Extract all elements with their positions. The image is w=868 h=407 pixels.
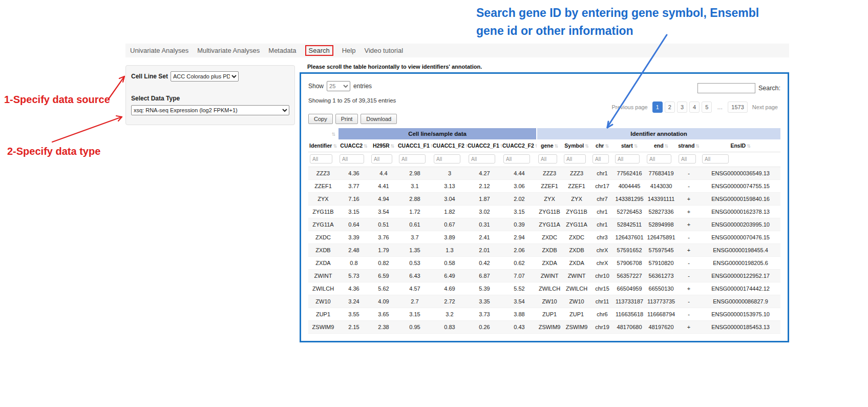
column-header-start[interactable]: start⇅ bbox=[613, 139, 645, 152]
table-cell: - bbox=[677, 270, 701, 282]
column-header-cuacc1_f2[interactable]: CUACC1_F2⇅ bbox=[432, 139, 467, 152]
sort-icon[interactable]: ⇅ bbox=[747, 144, 751, 149]
filter-input-cuacc2_f2[interactable] bbox=[503, 154, 530, 164]
column-header-end[interactable]: end⇅ bbox=[645, 139, 677, 152]
group-header-cell-line/sample-data: Cell line/sample data bbox=[338, 128, 537, 139]
table-cell: ZWINT bbox=[308, 270, 338, 282]
pagination-ellipsis: … bbox=[714, 102, 726, 112]
filter-input-ensid[interactable] bbox=[702, 154, 729, 164]
column-header-h295r[interactable]: H295R⇅ bbox=[370, 139, 397, 152]
pagination-page-2[interactable]: 2 bbox=[665, 101, 675, 113]
group-header-row: ⇅Cell line/sample dataIdentifier annotat… bbox=[308, 128, 780, 139]
filter-input-end[interactable] bbox=[647, 154, 671, 164]
table-cell: - bbox=[677, 231, 701, 244]
filter-input-chr[interactable] bbox=[592, 154, 609, 164]
pagination-page-1573[interactable]: 1573 bbox=[728, 101, 747, 113]
column-header-cuacc1_f1[interactable]: CUACC1_F1⇅ bbox=[397, 139, 432, 152]
pagination-page-1[interactable]: 1 bbox=[652, 101, 663, 113]
sort-icon[interactable]: ⇅ bbox=[605, 144, 609, 149]
sort-icon[interactable]: ⇅ bbox=[364, 144, 368, 149]
filter-input-symbol[interactable] bbox=[564, 154, 586, 164]
print-button[interactable]: Print bbox=[335, 114, 358, 124]
sort-icon[interactable]: ⇅ bbox=[695, 144, 700, 149]
pagination-page-3[interactable]: 3 bbox=[677, 101, 687, 113]
search-input[interactable] bbox=[697, 83, 755, 93]
table-cell: 2.48 bbox=[338, 244, 370, 257]
pagination-next[interactable]: Next page bbox=[750, 102, 780, 112]
column-label: H295R bbox=[373, 143, 390, 149]
sort-icon[interactable]: ⇅ bbox=[634, 144, 638, 149]
filter-cell bbox=[591, 152, 613, 167]
filter-input-cuacc1_f1[interactable] bbox=[399, 154, 426, 164]
column-header-cuacc2[interactable]: CUACC2⇅ bbox=[338, 139, 370, 152]
table-cell: 57910820 bbox=[645, 257, 677, 270]
filter-input-identifier[interactable] bbox=[310, 154, 332, 164]
column-label: start bbox=[621, 143, 633, 149]
copy-button[interactable]: Copy bbox=[308, 114, 333, 124]
table-cell: ZW10 bbox=[308, 295, 338, 308]
sort-icon[interactable]: ⇅ bbox=[331, 132, 335, 137]
sort-icon[interactable]: ⇅ bbox=[585, 144, 589, 149]
column-header-gene[interactable]: gene⇅ bbox=[537, 139, 562, 152]
table-body: ZZZ34.364.42.9834.274.44ZZZ3ZZZ3chr17756… bbox=[308, 167, 780, 334]
table-cell: 4004445 bbox=[613, 180, 645, 193]
column-header-ensid[interactable]: EnsID⇅ bbox=[701, 139, 780, 152]
sort-icon[interactable]: ⇅ bbox=[465, 144, 467, 149]
table-cell: ZYG11B bbox=[562, 206, 591, 218]
table-cell: ZWINT bbox=[562, 270, 591, 282]
filter-input-gene[interactable] bbox=[538, 154, 557, 164]
table-cell: ENSG00000074755.15 bbox=[701, 180, 780, 193]
table-cell: ENSG00000198455.4 bbox=[701, 244, 780, 257]
column-header-symbol[interactable]: Symbol⇅ bbox=[562, 139, 591, 152]
cell-line-set-select[interactable]: ACC Colorado plus PDX bbox=[171, 71, 239, 82]
table-cell: ZW10 bbox=[562, 295, 591, 308]
nav-item-help[interactable]: Help bbox=[342, 47, 356, 54]
sort-icon[interactable]: ⇅ bbox=[391, 144, 395, 149]
column-header-cuacc2_f2[interactable]: CUACC2_F2⇅ bbox=[502, 139, 537, 152]
filter-input-cuacc2_f1[interactable] bbox=[469, 154, 495, 164]
pagination-page-5[interactable]: 5 bbox=[702, 101, 712, 113]
filter-input-cuacc1_f2[interactable] bbox=[434, 154, 460, 164]
table-row: ZYX7.164.942.883.041.872.02ZYXZYXchr7143… bbox=[308, 193, 780, 206]
table-cell: 2.02 bbox=[502, 193, 537, 206]
table-cell: 4.94 bbox=[370, 193, 397, 206]
filter-input-strand[interactable] bbox=[679, 154, 696, 164]
table-cell: 3.55 bbox=[338, 308, 370, 321]
table-cell: ZXDA bbox=[537, 257, 562, 270]
pagination-previous[interactable]: Previous page bbox=[609, 102, 650, 112]
navbar: Univariate AnalysesMultivariate Analyses… bbox=[125, 44, 789, 57]
data-type-select[interactable]: xsq: RNA-seq Expression (log2 FPKM+1) bbox=[131, 105, 289, 115]
sort-icon[interactable]: ⇅ bbox=[535, 144, 537, 149]
table-row: ZWINT5.736.596.436.496.877.07ZWINTZWINTc… bbox=[308, 270, 780, 282]
column-header-chr[interactable]: chr⇅ bbox=[591, 139, 613, 152]
pagination-page-4[interactable]: 4 bbox=[689, 101, 700, 113]
column-header-strand[interactable]: strand⇅ bbox=[677, 139, 701, 152]
results-panel: Show 25 entries Showing 1 to 25 of 39,31… bbox=[300, 72, 789, 342]
table-cell: 0.61 bbox=[397, 218, 432, 231]
column-header-cuacc2_f1[interactable]: CUACC2_F1⇅ bbox=[467, 139, 502, 152]
sort-icon[interactable]: ⇅ bbox=[555, 144, 559, 149]
nav-item-search[interactable]: Search bbox=[305, 45, 333, 56]
filter-input-cuacc2[interactable] bbox=[340, 154, 364, 164]
sort-icon[interactable]: ⇅ bbox=[333, 144, 337, 149]
table-cell: - bbox=[677, 257, 701, 270]
table-cell: ZWINT bbox=[537, 270, 562, 282]
sort-icon[interactable]: ⇅ bbox=[665, 144, 669, 149]
table-cell: 3.15 bbox=[502, 206, 537, 218]
sort-icon[interactable]: ⇅ bbox=[431, 144, 432, 149]
nav-item-metadata[interactable]: Metadata bbox=[268, 47, 296, 54]
table-cell: 3.7 bbox=[397, 231, 432, 244]
table-row: ZXDC3.393.763.73.892.412.94ZXDCZXDCchr31… bbox=[308, 231, 780, 244]
filter-input-h295r[interactable] bbox=[371, 154, 392, 164]
filter-input-start[interactable] bbox=[615, 154, 640, 164]
nav-item-video-tutorial[interactable]: Video tutorial bbox=[364, 47, 403, 54]
download-button[interactable]: Download bbox=[361, 114, 397, 124]
table-row: ZSWIM92.152.380.950.830.260.43ZSWIM9ZSWI… bbox=[308, 321, 780, 334]
nav-item-multivariate-analyses[interactable]: Multivariate Analyses bbox=[197, 47, 260, 54]
nav-item-univariate-analyses[interactable]: Univariate Analyses bbox=[130, 47, 188, 54]
page-length-select[interactable]: 25 bbox=[327, 81, 350, 91]
table-cell: 66550130 bbox=[645, 282, 677, 295]
column-header-identifier[interactable]: Identifier⇅ bbox=[308, 139, 338, 152]
sort-icon[interactable]: ⇅ bbox=[500, 144, 502, 149]
table-cell: ZWILCH bbox=[308, 282, 338, 295]
